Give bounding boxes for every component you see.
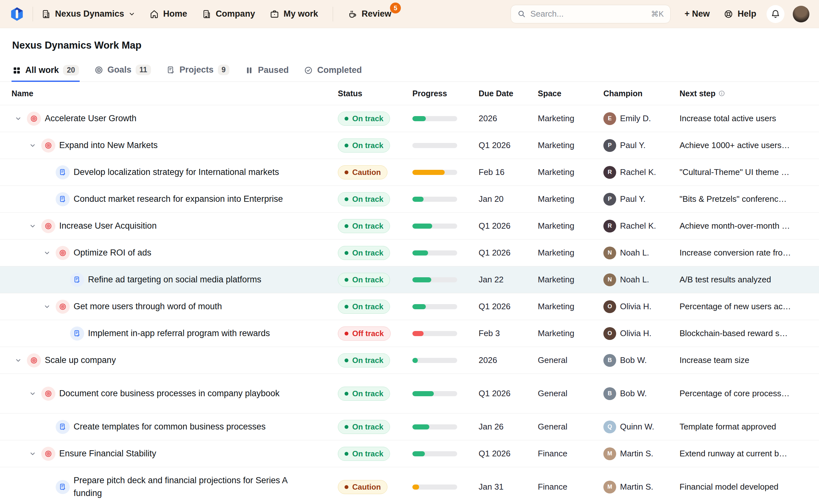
champion-cell[interactable]: P Paul Y. <box>603 139 680 152</box>
next-step-cell[interactable]: Increase conversion rate fro… <box>680 248 819 258</box>
champion-cell[interactable]: M Martin S. <box>603 481 680 493</box>
status-badge[interactable]: On track <box>338 300 390 314</box>
next-step-cell[interactable]: Extend runway at current b… <box>680 449 819 459</box>
item-name[interactable]: Implement in-app referral program with r… <box>88 327 270 340</box>
status-badge[interactable]: On track <box>338 246 390 260</box>
expand-chevron-icon[interactable] <box>28 223 37 230</box>
due-date-cell[interactable]: Jan 20 <box>479 194 538 204</box>
table-row[interactable]: Optimize ROI of ads On track Q1 2026 Mar… <box>0 239 819 266</box>
next-step-cell[interactable]: Achieve 1000+ active users… <box>680 140 819 150</box>
tab-all-work[interactable]: All work 20 <box>12 63 80 82</box>
progress-bar[interactable] <box>413 116 457 121</box>
status-badge[interactable]: On track <box>338 192 390 206</box>
space-cell[interactable]: Marketing <box>538 194 603 204</box>
status-badge[interactable]: On track <box>338 138 390 153</box>
champion-cell[interactable]: O Olivia H. <box>603 327 680 340</box>
progress-bar[interactable] <box>413 358 457 363</box>
champion-cell[interactable]: R Rachel K. <box>603 166 680 179</box>
column-header-due-date[interactable]: Due Date <box>479 89 538 98</box>
table-row[interactable]: Refine ad targeting on social media plat… <box>0 266 819 293</box>
user-avatar[interactable] <box>793 6 809 22</box>
progress-bar[interactable] <box>413 331 457 336</box>
column-header-progress[interactable]: Progress <box>413 89 479 98</box>
expand-chevron-icon[interactable] <box>14 115 22 122</box>
champion-cell[interactable]: O Olivia H. <box>603 300 680 313</box>
next-step-cell[interactable]: Template format approved <box>680 422 819 432</box>
item-name[interactable]: Ensure Financial Stability <box>59 447 156 460</box>
item-name[interactable]: Document core business processes in comp… <box>59 387 279 400</box>
space-cell[interactable]: Marketing <box>538 167 603 177</box>
app-logo-icon[interactable] <box>10 7 24 21</box>
next-step-cell[interactable]: Blockchain-based reward s… <box>680 328 819 338</box>
item-name[interactable]: Prepare pitch deck and financial project… <box>74 474 312 499</box>
champion-cell[interactable]: E Emily D. <box>603 112 680 125</box>
space-cell[interactable]: Marketing <box>538 328 603 338</box>
champion-cell[interactable]: B Bob W. <box>603 354 680 367</box>
status-badge[interactable]: Caution <box>338 165 387 179</box>
help-button[interactable]: Help <box>724 9 756 19</box>
due-date-cell[interactable]: Q1 2026 <box>479 302 538 311</box>
item-name[interactable]: Get more users through word of mouth <box>74 300 222 313</box>
champion-cell[interactable]: P Paul Y. <box>603 193 680 206</box>
space-cell[interactable]: Marketing <box>538 275 603 285</box>
status-badge[interactable]: Off track <box>338 327 390 341</box>
item-name[interactable]: Expand into New Markets <box>59 139 158 152</box>
status-badge[interactable]: On track <box>338 273 390 287</box>
next-step-cell[interactable]: Financial model developed <box>680 482 819 492</box>
table-row[interactable]: Get more users through word of mouth On … <box>0 293 819 320</box>
space-cell[interactable]: Finance <box>538 449 603 459</box>
progress-bar[interactable] <box>413 304 457 309</box>
due-date-cell[interactable]: 2026 <box>479 355 538 365</box>
status-badge[interactable]: On track <box>338 420 390 434</box>
next-step-cell[interactable]: Increase team size <box>680 355 819 365</box>
progress-bar[interactable] <box>413 391 457 396</box>
table-row[interactable]: Conduct market research for expansion in… <box>0 185 819 212</box>
table-row[interactable]: Implement in-app referral program with r… <box>0 320 819 347</box>
due-date-cell[interactable]: Q1 2026 <box>479 221 538 231</box>
progress-bar[interactable] <box>413 277 457 282</box>
champion-cell[interactable]: N Noah L. <box>603 273 680 286</box>
progress-bar[interactable] <box>413 451 457 456</box>
item-name[interactable]: Refine ad targeting on social media plat… <box>88 273 261 286</box>
progress-bar[interactable] <box>413 170 457 175</box>
status-badge[interactable]: On track <box>338 447 390 461</box>
tab-paused[interactable]: Paused <box>244 63 289 82</box>
progress-bar[interactable] <box>413 143 457 148</box>
item-name[interactable]: Optimize ROI of ads <box>74 247 151 259</box>
due-date-cell[interactable]: Feb 16 <box>479 167 538 177</box>
space-cell[interactable]: General <box>538 422 603 432</box>
column-header-name[interactable]: Name <box>0 89 338 98</box>
item-name[interactable]: Increase User Acquisition <box>59 220 157 232</box>
space-cell[interactable]: Marketing <box>538 140 603 150</box>
progress-bar[interactable] <box>413 224 457 229</box>
expand-chevron-icon[interactable] <box>43 303 51 310</box>
due-date-cell[interactable]: Q1 2026 <box>479 140 538 150</box>
table-row[interactable]: Scale up company On track 2026 General B… <box>0 347 819 374</box>
nav-item-my-work[interactable]: My work <box>270 9 318 19</box>
champion-cell[interactable]: B Bob W. <box>603 387 680 400</box>
table-row[interactable]: Increase User Acquisition On track Q1 20… <box>0 212 819 239</box>
expand-chevron-icon[interactable] <box>14 357 22 364</box>
item-name[interactable]: Create templates for common business pro… <box>74 421 265 433</box>
next-step-cell[interactable]: "Cultural-Theme" UI theme … <box>680 167 819 177</box>
tab-projects[interactable]: Projects 9 <box>166 63 230 82</box>
space-cell[interactable]: Marketing <box>538 302 603 311</box>
due-date-cell[interactable]: Jan 31 <box>479 482 538 492</box>
due-date-cell[interactable]: Jan 26 <box>479 422 538 432</box>
item-name[interactable]: Conduct market research for expansion in… <box>74 193 283 205</box>
progress-bar[interactable] <box>413 197 457 202</box>
new-button[interactable]: + New <box>685 9 710 19</box>
status-badge[interactable]: On track <box>338 112 390 126</box>
progress-bar[interactable] <box>413 484 457 490</box>
due-date-cell[interactable]: 2026 <box>479 114 538 123</box>
table-row[interactable]: Create templates for common business pro… <box>0 413 819 440</box>
expand-chevron-icon[interactable] <box>43 249 51 256</box>
status-badge[interactable]: On track <box>338 353 390 367</box>
tab-completed[interactable]: Completed <box>303 63 362 82</box>
column-header-space[interactable]: Space <box>538 89 603 98</box>
expand-chevron-icon[interactable] <box>28 450 37 457</box>
table-row[interactable]: Accelerate User Growth On track 2026 Mar… <box>0 105 819 132</box>
item-name[interactable]: Accelerate User Growth <box>45 112 137 125</box>
next-step-cell[interactable]: Increase total active users <box>680 114 819 123</box>
champion-cell[interactable]: Q Quinn W. <box>603 421 680 433</box>
